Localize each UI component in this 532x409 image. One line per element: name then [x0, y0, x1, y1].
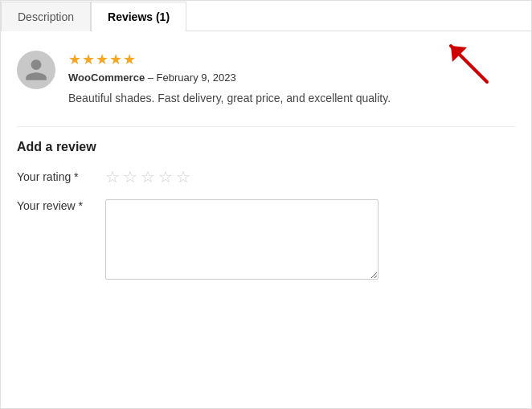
tab-description[interactable]: Description — [1, 2, 91, 31]
star-4[interactable]: ☆ — [158, 167, 173, 186]
review-required: * — [79, 199, 83, 212]
rating-row: Your rating * ☆ ☆ ☆ ☆ ☆ — [17, 167, 515, 186]
tabs-bar: Description Reviews (1) — [1, 1, 531, 31]
page-container: Description Reviews (1) ★★★★★ WooCommerc… — [0, 0, 532, 409]
review-row: Your review * — [17, 199, 515, 280]
review-date: February 9, 2023 — [157, 72, 236, 84]
review-label: Your review * — [17, 199, 105, 212]
star-1[interactable]: ☆ — [105, 167, 120, 186]
tab-reviews[interactable]: Reviews (1) — [91, 2, 186, 31]
add-review-title: Add a review — [17, 140, 515, 154]
rating-label: Your rating * — [17, 170, 105, 183]
star-2[interactable]: ☆ — [123, 167, 137, 186]
review-author: WooCommerce — [68, 72, 145, 84]
red-arrow-annotation — [435, 30, 499, 94]
star-rating-input[interactable]: ☆ ☆ ☆ ☆ ☆ — [105, 167, 190, 186]
star-5[interactable]: ☆ — [176, 167, 190, 186]
review-textarea[interactable] — [105, 199, 379, 280]
user-icon — [23, 57, 49, 83]
add-review-section: Add a review Your rating * ☆ ☆ ☆ ☆ ☆ Y — [17, 140, 515, 280]
tab-content: ★★★★★ WooCommerce – February 9, 2023 Bea… — [1, 31, 531, 309]
review-separator: – — [148, 72, 157, 84]
avatar — [17, 51, 55, 89]
rating-required: * — [74, 170, 78, 183]
star-3[interactable]: ☆ — [141, 167, 155, 186]
section-divider — [17, 126, 515, 127]
